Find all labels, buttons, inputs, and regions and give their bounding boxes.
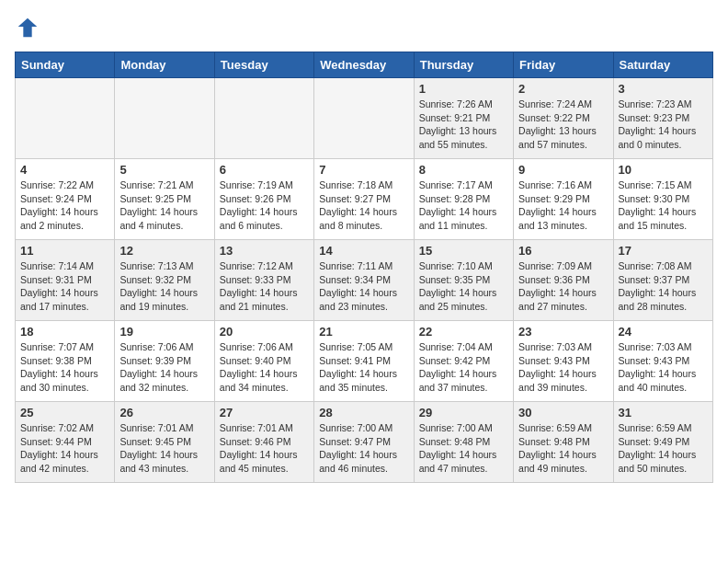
day-number: 26 <box>119 406 209 419</box>
day-number: 17 <box>619 244 708 258</box>
day-number: 7 <box>319 163 408 177</box>
calendar-cell: 27Sunrise: 7:01 AM Sunset: 9:46 PM Dayli… <box>214 402 313 483</box>
logo <box>15 15 46 40</box>
page-header <box>15 15 713 40</box>
calendar-cell: 14Sunrise: 7:11 AM Sunset: 9:34 PM Dayli… <box>314 240 414 321</box>
column-header-sunday: Sunday <box>16 52 115 78</box>
day-number: 20 <box>220 325 309 339</box>
day-info: Sunrise: 7:26 AM Sunset: 9:21 PM Dayligh… <box>419 98 508 152</box>
calendar-cell <box>16 78 115 159</box>
calendar-cell: 7Sunrise: 7:18 AM Sunset: 9:27 PM Daylig… <box>314 159 414 240</box>
calendar-cell: 18Sunrise: 7:07 AM Sunset: 9:38 PM Dayli… <box>16 321 115 402</box>
day-number: 23 <box>518 325 608 339</box>
calendar-cell <box>115 78 214 159</box>
calendar-cell <box>314 78 414 159</box>
calendar-cell: 4Sunrise: 7:22 AM Sunset: 9:24 PM Daylig… <box>16 159 115 240</box>
day-number: 10 <box>619 163 708 177</box>
day-info: Sunrise: 7:03 AM Sunset: 9:43 PM Dayligh… <box>518 340 608 395</box>
day-number: 12 <box>119 244 209 258</box>
day-info: Sunrise: 7:03 AM Sunset: 9:43 PM Dayligh… <box>619 340 708 395</box>
column-header-tuesday: Tuesday <box>214 52 313 78</box>
calendar-cell: 17Sunrise: 7:08 AM Sunset: 9:37 PM Dayli… <box>613 240 712 321</box>
day-info: Sunrise: 7:15 AM Sunset: 9:30 PM Dayligh… <box>619 178 708 233</box>
day-info: Sunrise: 7:07 AM Sunset: 9:38 PM Dayligh… <box>20 340 109 395</box>
calendar-cell: 26Sunrise: 7:01 AM Sunset: 9:45 PM Dayli… <box>115 402 214 483</box>
day-number: 2 <box>518 82 608 96</box>
calendar-cell: 15Sunrise: 7:10 AM Sunset: 9:35 PM Dayli… <box>414 240 513 321</box>
day-info: Sunrise: 6:59 AM Sunset: 9:49 PM Dayligh… <box>619 421 708 476</box>
day-number: 16 <box>518 244 608 258</box>
day-info: Sunrise: 7:12 AM Sunset: 9:33 PM Dayligh… <box>220 259 309 314</box>
column-header-saturday: Saturday <box>613 52 712 78</box>
day-info: Sunrise: 7:00 AM Sunset: 9:47 PM Dayligh… <box>319 421 408 476</box>
calendar-cell: 19Sunrise: 7:06 AM Sunset: 9:39 PM Dayli… <box>115 321 214 402</box>
calendar-cell: 8Sunrise: 7:17 AM Sunset: 9:28 PM Daylig… <box>414 159 513 240</box>
column-header-friday: Friday <box>514 52 613 78</box>
day-info: Sunrise: 7:17 AM Sunset: 9:28 PM Dayligh… <box>419 178 508 233</box>
day-info: Sunrise: 7:09 AM Sunset: 9:36 PM Dayligh… <box>518 259 608 314</box>
day-number: 5 <box>119 163 209 177</box>
day-number: 29 <box>419 406 508 419</box>
calendar-cell: 3Sunrise: 7:23 AM Sunset: 9:23 PM Daylig… <box>613 78 712 159</box>
day-info: Sunrise: 7:01 AM Sunset: 9:46 PM Dayligh… <box>220 421 309 476</box>
day-info: Sunrise: 7:06 AM Sunset: 9:39 PM Dayligh… <box>119 340 209 395</box>
calendar-cell: 13Sunrise: 7:12 AM Sunset: 9:33 PM Dayli… <box>214 240 313 321</box>
day-number: 14 <box>319 244 408 258</box>
calendar-cell: 9Sunrise: 7:16 AM Sunset: 9:29 PM Daylig… <box>514 159 613 240</box>
calendar-cell: 5Sunrise: 7:21 AM Sunset: 9:25 PM Daylig… <box>115 159 214 240</box>
calendar-cell <box>214 78 313 159</box>
calendar-cell: 23Sunrise: 7:03 AM Sunset: 9:43 PM Dayli… <box>514 321 613 402</box>
day-number: 19 <box>119 325 209 339</box>
day-number: 13 <box>220 244 309 258</box>
column-header-wednesday: Wednesday <box>314 52 414 78</box>
day-number: 3 <box>619 82 708 96</box>
day-info: Sunrise: 7:14 AM Sunset: 9:31 PM Dayligh… <box>20 259 109 314</box>
day-number: 8 <box>419 163 508 177</box>
column-header-thursday: Thursday <box>414 52 513 78</box>
calendar-week-row: 18Sunrise: 7:07 AM Sunset: 9:38 PM Dayli… <box>16 321 713 402</box>
day-number: 4 <box>20 163 109 177</box>
calendar-header-row: SundayMondayTuesdayWednesdayThursdayFrid… <box>16 52 713 78</box>
calendar-week-row: 11Sunrise: 7:14 AM Sunset: 9:31 PM Dayli… <box>16 240 713 321</box>
day-number: 11 <box>20 244 109 258</box>
calendar-cell: 21Sunrise: 7:05 AM Sunset: 9:41 PM Dayli… <box>314 321 414 402</box>
calendar-cell: 10Sunrise: 7:15 AM Sunset: 9:30 PM Dayli… <box>613 159 712 240</box>
calendar-cell: 28Sunrise: 7:00 AM Sunset: 9:47 PM Dayli… <box>314 402 414 483</box>
day-number: 18 <box>20 325 109 339</box>
day-number: 24 <box>619 325 708 339</box>
calendar-cell: 12Sunrise: 7:13 AM Sunset: 9:32 PM Dayli… <box>115 240 214 321</box>
day-number: 6 <box>220 163 309 177</box>
logo-icon <box>15 15 40 40</box>
day-number: 9 <box>518 163 608 177</box>
day-info: Sunrise: 7:13 AM Sunset: 9:32 PM Dayligh… <box>119 259 209 314</box>
day-number: 22 <box>419 325 508 339</box>
day-info: Sunrise: 7:02 AM Sunset: 9:44 PM Dayligh… <box>20 421 109 476</box>
calendar-cell: 1Sunrise: 7:26 AM Sunset: 9:21 PM Daylig… <box>414 78 513 159</box>
day-info: Sunrise: 7:08 AM Sunset: 9:37 PM Dayligh… <box>619 259 708 314</box>
calendar-cell: 31Sunrise: 6:59 AM Sunset: 9:49 PM Dayli… <box>613 402 712 483</box>
day-info: Sunrise: 7:00 AM Sunset: 9:48 PM Dayligh… <box>419 421 508 476</box>
calendar-cell: 25Sunrise: 7:02 AM Sunset: 9:44 PM Dayli… <box>16 402 115 483</box>
day-info: Sunrise: 7:22 AM Sunset: 9:24 PM Dayligh… <box>20 178 109 233</box>
day-number: 1 <box>419 82 508 96</box>
day-info: Sunrise: 7:06 AM Sunset: 9:40 PM Dayligh… <box>220 340 309 395</box>
day-number: 15 <box>419 244 508 258</box>
day-info: Sunrise: 7:23 AM Sunset: 9:23 PM Dayligh… <box>619 98 708 152</box>
calendar-cell: 29Sunrise: 7:00 AM Sunset: 9:48 PM Dayli… <box>414 402 513 483</box>
day-info: Sunrise: 7:04 AM Sunset: 9:42 PM Dayligh… <box>419 340 508 395</box>
day-info: Sunrise: 6:59 AM Sunset: 9:48 PM Dayligh… <box>518 421 608 476</box>
calendar-cell: 11Sunrise: 7:14 AM Sunset: 9:31 PM Dayli… <box>16 240 115 321</box>
day-info: Sunrise: 7:24 AM Sunset: 9:22 PM Dayligh… <box>518 98 608 152</box>
calendar-table: SundayMondayTuesdayWednesdayThursdayFrid… <box>15 52 713 483</box>
calendar-week-row: 1Sunrise: 7:26 AM Sunset: 9:21 PM Daylig… <box>16 78 713 159</box>
day-info: Sunrise: 7:19 AM Sunset: 9:26 PM Dayligh… <box>220 178 309 233</box>
calendar-cell: 6Sunrise: 7:19 AM Sunset: 9:26 PM Daylig… <box>214 159 313 240</box>
column-header-monday: Monday <box>115 52 214 78</box>
day-number: 30 <box>518 406 608 419</box>
day-info: Sunrise: 7:16 AM Sunset: 9:29 PM Dayligh… <box>518 178 608 233</box>
calendar-cell: 2Sunrise: 7:24 AM Sunset: 9:22 PM Daylig… <box>514 78 613 159</box>
day-number: 27 <box>220 406 309 419</box>
calendar-cell: 20Sunrise: 7:06 AM Sunset: 9:40 PM Dayli… <box>214 321 313 402</box>
day-info: Sunrise: 7:11 AM Sunset: 9:34 PM Dayligh… <box>319 259 408 314</box>
day-number: 25 <box>20 406 109 419</box>
